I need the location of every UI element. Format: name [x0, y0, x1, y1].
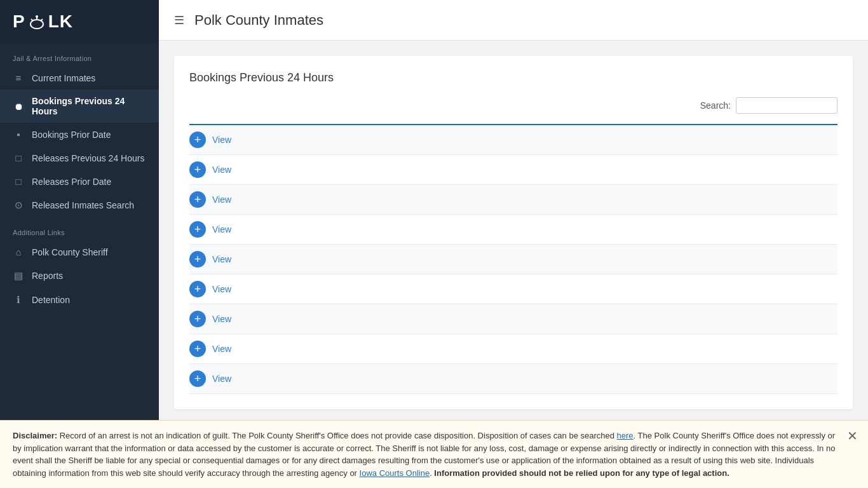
sidebar-item-label: Current Inmates: [32, 73, 95, 83]
sidebar: P LK Jail & Arrest Information ≡ Current…: [0, 0, 159, 488]
svg-point-4: [36, 15, 38, 18]
table-row: +View: [189, 334, 837, 364]
sidebar-item-label: Detention: [32, 295, 70, 305]
view-link[interactable]: View: [212, 194, 231, 205]
expand-row-button[interactable]: +: [189, 221, 206, 238]
topbar: ☰ Polk County Inmates: [159, 0, 868, 41]
square-icon: □: [13, 152, 24, 163]
table-row: +View: [189, 304, 837, 334]
search-bar: Search:: [189, 97, 837, 114]
sidebar-item-label: Reports: [32, 271, 63, 281]
view-link[interactable]: View: [212, 314, 231, 324]
svg-line-3: [41, 19, 43, 21]
table-row: +View: [189, 155, 837, 185]
main-content: ☰ Polk County Inmates Bookings Previous …: [159, 0, 868, 488]
disclaimer-link-iowa[interactable]: Iowa Courts Online: [360, 468, 430, 478]
expand-row-button[interactable]: +: [189, 370, 206, 387]
disclaimer-text1: Record of an arrest is not an indication…: [57, 431, 616, 440]
sidebar-item-label: Releases Previous 24 Hours: [32, 153, 144, 163]
sidebar-item-released-search[interactable]: ⊙ Released Inmates Search: [0, 193, 159, 217]
card-title: Bookings Previous 24 Hours: [189, 71, 837, 85]
close-disclaimer-button[interactable]: ✕: [847, 430, 858, 442]
expand-row-button[interactable]: +: [189, 311, 206, 327]
calendar-icon: ▪: [13, 129, 24, 140]
expand-row-button[interactable]: +: [189, 191, 206, 208]
sidebar-item-releases-24h[interactable]: □ Releases Previous 24 Hours: [0, 146, 159, 170]
sidebar-item-reports[interactable]: ▤ Reports: [0, 264, 159, 288]
view-link[interactable]: View: [212, 224, 231, 234]
hamburger-icon[interactable]: ☰: [174, 13, 184, 27]
view-link[interactable]: View: [212, 135, 231, 145]
logo: P LK: [13, 11, 146, 32]
additional-section-label: Additional Links: [0, 217, 159, 240]
table-row: +View: [189, 215, 837, 245]
table-row: +View: [189, 245, 837, 274]
view-link[interactable]: View: [212, 284, 231, 294]
table-row: +View: [189, 185, 837, 215]
table-row: +View: [189, 274, 837, 304]
sidebar-item-current-inmates[interactable]: ≡ Current Inmates: [0, 66, 159, 90]
sidebar-item-polk-sheriff[interactable]: ⌂ Polk County Sheriff: [0, 240, 159, 264]
table-row: +View: [189, 125, 837, 155]
disclaimer-bar: Disclaimer: Record of an arrest is not a…: [0, 420, 868, 488]
expand-row-button[interactable]: +: [189, 132, 206, 148]
view-rows-container: +View+View+View+View+View+View+View+View…: [189, 125, 837, 394]
view-link[interactable]: View: [212, 374, 231, 384]
disclaimer-link-here[interactable]: here: [617, 431, 634, 440]
clock-icon: ⏺: [13, 101, 24, 112]
sidebar-item-releases-prior[interactable]: □ Releases Prior Date: [0, 170, 159, 193]
svg-line-2: [31, 19, 33, 21]
expand-row-button[interactable]: +: [189, 341, 206, 357]
view-link[interactable]: View: [212, 254, 231, 264]
disclaimer-bold-text3: Information provided should not be relie…: [434, 468, 729, 478]
view-link[interactable]: View: [212, 344, 231, 354]
sidebar-item-label: Polk County Sheriff: [32, 247, 108, 257]
view-link[interactable]: View: [212, 165, 231, 175]
sidebar-item-label: Bookings Prior Date: [32, 130, 111, 140]
search-input[interactable]: [736, 97, 837, 114]
sidebar-item-label: Releases Prior Date: [32, 177, 111, 187]
home-icon: ⌂: [13, 247, 24, 257]
search-label: Search:: [700, 100, 731, 111]
info-icon: ℹ: [13, 294, 24, 306]
disclaimer-bold-label: Disclaimer:: [13, 431, 57, 440]
table-row: +View: [189, 364, 837, 394]
sidebar-logo: P LK: [0, 0, 159, 43]
expand-row-button[interactable]: +: [189, 161, 206, 178]
sidebar-item-detention[interactable]: ℹ Detention: [0, 288, 159, 312]
sidebar-item-label: Released Inmates Search: [32, 200, 134, 210]
square2-icon: □: [13, 176, 24, 187]
barchart-icon: ▤: [13, 270, 24, 281]
list-icon: ≡: [13, 72, 24, 83]
logo-icon: [28, 11, 46, 32]
page-title: Polk County Inmates: [194, 12, 323, 29]
sidebar-item-label: Bookings Previous 24 Hours: [32, 96, 146, 116]
expand-row-button[interactable]: +: [189, 251, 206, 268]
jail-section-label: Jail & Arrest Information: [0, 43, 159, 66]
expand-row-button[interactable]: +: [189, 281, 206, 297]
sidebar-item-bookings-prior[interactable]: ▪ Bookings Prior Date: [0, 123, 159, 146]
search-icon: ⊙: [13, 200, 24, 211]
bookings-card: Bookings Previous 24 Hours Search: +View…: [174, 56, 853, 409]
sidebar-item-bookings-24h[interactable]: ⏺ Bookings Previous 24 Hours: [0, 90, 159, 123]
